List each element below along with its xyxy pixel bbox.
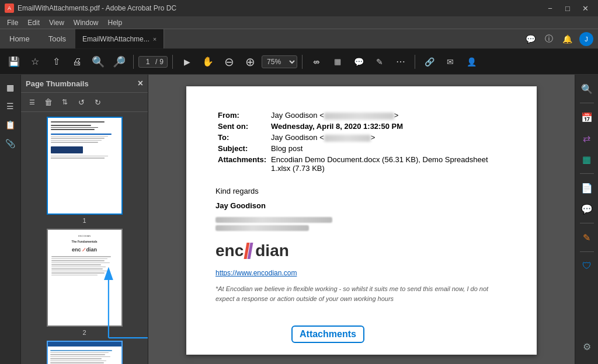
panel-toolbar: ☰ 🗑 ⇅ ↺ ↻ [21,93,148,112]
page-number-input[interactable] [142,58,153,66]
page-separator: / [155,58,157,66]
maximize-button[interactable]: □ [559,0,576,16]
thumbnail-page-1[interactable] [47,117,123,215]
tab-doc-label: EmailWithAttachme... [82,35,150,43]
thumbnail-page-3[interactable] [47,341,123,364]
right-separator-4 [580,251,594,252]
page-navigation[interactable]: / 9 [138,56,168,68]
attachments-label: Attachments: [215,154,269,174]
menu-window[interactable]: Window [69,18,103,28]
email-sent-row: Sent on: Wednesday, April 8, 2020 1:32:5… [215,121,507,132]
right-settings-icon[interactable]: ⚙ [578,337,596,356]
right-export-icon[interactable]: 📄 [578,178,596,197]
page-total: 9 [159,58,164,66]
menu-file[interactable]: File [2,18,23,28]
right-compare-icon[interactable]: ⇄ [578,129,596,148]
menu-view[interactable]: View [44,18,69,28]
send-button[interactable]: ✉ [441,52,460,71]
sidebar-bookmarks-icon[interactable]: ☰ [2,98,19,114]
more-tools-button[interactable]: ⋯ [391,52,410,71]
bookmark-button[interactable]: ☆ [26,52,44,71]
hand-tool-button[interactable]: ✋ [199,52,217,71]
encodian-link[interactable]: https://www.encodian.com [215,269,297,277]
toolbar-separator-1 [133,55,134,69]
tab-document[interactable]: EmailWithAttachme... × [75,29,164,48]
encodian-footer: *At Encodian we believe in flexible work… [215,284,507,303]
print-button[interactable]: 🖨 [68,52,86,71]
panel-rotate-left-button[interactable]: ↺ [74,95,89,109]
right-comment-icon[interactable]: 💬 [578,200,596,218]
help-icon[interactable]: ⓘ [543,32,555,47]
email-header-table: From: Jay Goodison <> Sent on: Wednesday… [215,110,507,174]
right-tools-panel: 🔍 📅 ⇄ ▦ 📄 💬 ✎ 🛡 ⚙ [575,75,598,364]
app-icon: A [5,4,14,13]
email-subject-row: Subject: Blog post [215,143,507,154]
panel-rotate-right-button[interactable]: ↻ [90,95,105,109]
tab-close-button[interactable]: × [153,36,157,43]
menu-bar: File Edit View Window Help [0,16,598,29]
sidebar-layers-icon[interactable]: 📋 [2,117,19,133]
panel-menu-button[interactable]: ☰ [25,95,40,109]
right-pen-icon[interactable]: ✎ [578,228,596,247]
menu-edit[interactable]: Edit [23,18,44,28]
fit-width-button[interactable]: ⇎ [307,52,326,71]
panel-delete-button[interactable]: 🗑 [41,95,56,109]
thumbnail-page-2[interactable]: ENCODIAN The Fundamentals enc⟋dian [47,229,123,327]
notification-icon[interactable]: 🔔 [560,32,575,46]
form-fields-button[interactable]: ▦ [328,52,347,71]
sign-button[interactable]: ✎ [370,52,389,71]
minimize-button[interactable]: − [542,0,558,16]
right-layers-icon[interactable]: ▦ [578,150,596,169]
thumbnail-item-3[interactable]: 3 [26,341,143,364]
thumbnail-panel: Page Thumbnails × ☰ 🗑 ⇅ ↺ ↻ [21,75,148,364]
thumbnail-item-1[interactable]: 1 [26,117,143,224]
zoom-minus-button[interactable]: ⊖ [220,52,238,71]
zoom-dropdown[interactable]: 75% 50% 100% 125% [262,55,297,68]
avatar[interactable]: J [579,32,593,46]
link-button[interactable]: 🔗 [420,52,439,71]
thumbnail-item-2[interactable]: ENCODIAN The Fundamentals enc⟋dian [26,229,143,336]
tab-home[interactable]: Home [0,29,39,48]
from-label: From: [215,110,269,121]
panel-close-button[interactable]: × [138,78,143,89]
thumbnail-num-2: 2 [82,329,86,336]
right-dropper-icon[interactable]: 📅 [578,108,596,127]
pdf-scroll-area[interactable]: From: Jay Goodison <> Sent on: Wednesday… [148,75,575,364]
attachments-callout[interactable]: Attachments [291,326,364,343]
right-shield-icon[interactable]: 🛡 [578,257,596,275]
pdf-page: From: Jay Goodison <> Sent on: Wednesday… [186,86,537,355]
title-bar: A EmailWithAttachments.pdf - Adobe Acrob… [0,0,598,16]
subject-value: Blog post [269,143,507,154]
chat-icon[interactable]: 💬 [523,32,538,46]
to-label: To: [215,132,269,143]
email-attachments-row: Attachments: Encodian Demo Document.docx… [215,154,507,174]
logo-slash-icon [244,243,255,259]
toolbar-separator-4 [415,55,415,69]
save-button[interactable]: 💾 [5,52,23,71]
main-area: ▦ ☰ 📋 📎 Page Thumbnails × ☰ 🗑 ⇅ ↺ ↻ [0,75,598,364]
close-button[interactable]: ✕ [577,0,593,16]
panel-title: Page Thumbnails [26,79,89,88]
right-search-icon[interactable]: 🔍 [578,79,596,98]
zoom-in-button[interactable]: 🔎 [110,52,128,71]
email-to-row: To: Jay Goodison <> [215,132,507,143]
email-from-row: From: Jay Goodison <> [215,110,507,121]
menu-help[interactable]: Help [103,18,127,28]
window-title: EmailWithAttachments.pdf - Adobe Acrobat… [18,4,176,12]
panel-header: Page Thumbnails × [21,75,148,93]
comment-button[interactable]: 💬 [349,52,368,71]
tab-tools[interactable]: Tools [39,29,75,48]
sidebar-attachments-icon[interactable]: 📎 [2,135,19,152]
toolbar-separator-3 [302,55,303,69]
right-separator-2 [580,173,594,174]
zoom-plus-button[interactable]: ⊕ [241,52,259,71]
share-button[interactable]: 👤 [462,52,481,71]
redacted-line-2 [215,225,309,231]
right-separator-1 [580,103,594,103]
panel-insert-button[interactable]: ⇅ [57,95,72,109]
cursor-tool-button[interactable]: ▶ [178,52,196,71]
zoom-out-button[interactable]: 🔍 [89,52,107,71]
upload-button[interactable]: ⇧ [47,52,65,71]
sent-value: Wednesday, April 8, 2020 1:32:50 PM [269,121,507,132]
sidebar-thumbnails-icon[interactable]: ▦ [2,79,19,96]
